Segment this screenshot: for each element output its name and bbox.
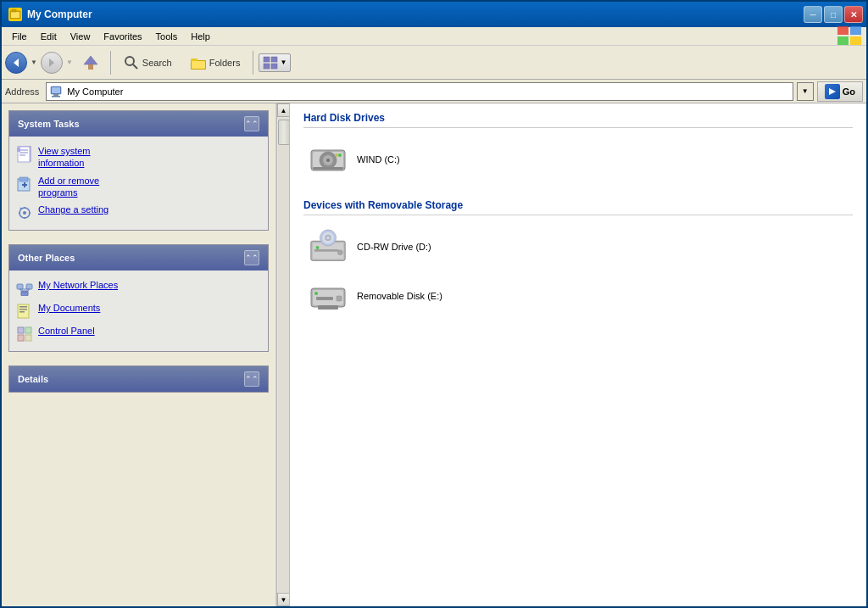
details-header[interactable]: Details ⌃⌃: [9, 366, 268, 392]
my-network-places-link[interactable]: My Network Places: [16, 279, 261, 297]
title-bar-left: My Computer: [8, 8, 92, 21]
svg-marker-9: [84, 56, 97, 64]
up-button[interactable]: [76, 51, 105, 75]
forward-dropdown[interactable]: ▼: [66, 59, 73, 66]
my-documents-icon: [16, 303, 33, 320]
left-scrollbar: ▲ ▼: [276, 103, 290, 606]
svg-rect-50: [19, 311, 25, 313]
address-input-field[interactable]: [67, 86, 788, 97]
add-remove-label: Add or removeprograms: [38, 175, 99, 199]
details-panel: Details ⌃⌃: [8, 365, 269, 393]
scroll-down-button[interactable]: ▼: [277, 593, 291, 606]
my-documents-link[interactable]: My Documents: [16, 302, 261, 320]
svg-rect-17: [271, 57, 277, 62]
details-collapse[interactable]: ⌃⌃: [244, 371, 259, 387]
back-dropdown[interactable]: ▼: [31, 59, 37, 66]
other-places-body: My Network Places My: [9, 271, 268, 351]
my-documents-label: My Documents: [38, 302, 100, 314]
svg-rect-54: [25, 335, 31, 341]
svg-rect-5: [837, 36, 849, 45]
drive-item-e[interactable]: Removable Disk (E:): [303, 273, 853, 319]
svg-rect-42: [26, 284, 32, 289]
control-panel-icon: [16, 326, 33, 343]
system-tasks-header[interactable]: System Tasks ⌃⌃: [9, 111, 268, 137]
svg-point-36: [23, 211, 26, 215]
svg-rect-60: [313, 167, 343, 170]
svg-marker-8: [49, 59, 54, 67]
scroll-up-button[interactable]: ▲: [277, 103, 291, 117]
menu-view[interactable]: View: [64, 30, 97, 43]
svg-marker-24: [829, 88, 836, 95]
svg-rect-10: [88, 64, 93, 70]
menu-help[interactable]: Help: [184, 30, 217, 43]
window: My Computer ─ □ ✕ File Edit View Favorit…: [0, 0, 868, 608]
view-sysinfo-icon: [16, 146, 33, 163]
system-tasks-title: System Tasks: [18, 119, 80, 129]
view-system-info-link[interactable]: View systeminformation: [16, 145, 261, 170]
system-tasks-panel: System Tasks ⌃⌃: [8, 110, 269, 231]
svg-marker-7: [14, 59, 19, 67]
removable-disk-icon: [308, 279, 348, 313]
svg-rect-53: [18, 335, 24, 341]
hdd-icon: [308, 142, 348, 176]
drive-item-d[interactable]: CD-RW Drive (D:): [303, 224, 853, 270]
address-label: Address: [5, 86, 39, 97]
svg-rect-1: [11, 12, 19, 18]
forward-button[interactable]: [41, 52, 63, 74]
system-tasks-collapse[interactable]: ⌃⌃: [244, 116, 259, 131]
svg-rect-19: [271, 64, 277, 69]
main-area: System Tasks ⌃⌃: [2, 103, 866, 606]
minimize-button[interactable]: ─: [804, 6, 822, 23]
menu-favorites[interactable]: Favorites: [97, 30, 148, 43]
svg-point-71: [338, 250, 343, 255]
svg-rect-21: [52, 87, 60, 93]
toolbar: ▼ ▼ Search Folders: [2, 46, 866, 80]
scroll-thumb[interactable]: [278, 120, 290, 145]
change-setting-link[interactable]: Change a setting: [16, 204, 261, 221]
views-dropdown-arrow: ▼: [280, 59, 287, 66]
back-button[interactable]: [5, 52, 27, 74]
svg-rect-22: [53, 94, 58, 96]
menu-tools[interactable]: Tools: [149, 30, 185, 43]
address-dropdown[interactable]: ▼: [797, 82, 814, 101]
svg-point-69: [327, 237, 330, 239]
search-button[interactable]: Search: [116, 52, 180, 74]
search-label: Search: [142, 58, 172, 68]
svg-rect-48: [19, 306, 27, 308]
address-input-wrap[interactable]: [46, 82, 793, 101]
control-panel-label: Control Panel: [38, 325, 95, 337]
other-places-header[interactable]: Other Places ⌃⌃: [9, 245, 268, 271]
views-button[interactable]: ▼: [259, 53, 291, 72]
title-bar-buttons: ─ □ ✕: [804, 6, 863, 23]
title-bar: My Computer ─ □ ✕: [2, 2, 866, 27]
other-places-collapse[interactable]: ⌃⌃: [244, 250, 259, 265]
menu-file[interactable]: File: [5, 30, 34, 43]
maximize-button[interactable]: □: [824, 6, 843, 23]
go-button[interactable]: Go: [817, 81, 863, 102]
close-button[interactable]: ✕: [844, 6, 863, 23]
other-places-panel: Other Places ⌃⌃: [8, 244, 269, 352]
folders-button[interactable]: Folders: [183, 53, 248, 73]
svg-rect-3: [837, 26, 849, 35]
svg-rect-49: [19, 309, 27, 310]
drive-item-c[interactable]: WIND (C:): [303, 137, 853, 182]
svg-rect-15: [192, 61, 205, 69]
svg-line-12: [133, 64, 137, 69]
removable-section-header: Devices with Removable Storage: [303, 199, 853, 215]
svg-point-62: [335, 153, 338, 157]
go-label: Go: [843, 86, 855, 97]
menu-bar: File Edit View Favorites Tools Help: [2, 27, 866, 46]
go-arrow-icon: [825, 84, 840, 99]
svg-rect-6: [850, 36, 861, 45]
drive-c-label: WIND (C:): [357, 154, 400, 165]
network-places-icon: [16, 280, 33, 297]
menu-edit[interactable]: Edit: [34, 30, 64, 43]
left-panel: System Tasks ⌃⌃: [2, 103, 276, 606]
add-remove-programs-link[interactable]: Add or removeprograms: [16, 175, 261, 199]
svg-rect-51: [18, 327, 24, 333]
drive-e-label: Removable Disk (E:): [357, 291, 442, 301]
control-panel-link[interactable]: Control Panel: [16, 325, 261, 343]
svg-rect-76: [337, 296, 342, 301]
system-tasks-body: View systeminformation: [9, 137, 268, 230]
window-icon: [8, 8, 22, 21]
